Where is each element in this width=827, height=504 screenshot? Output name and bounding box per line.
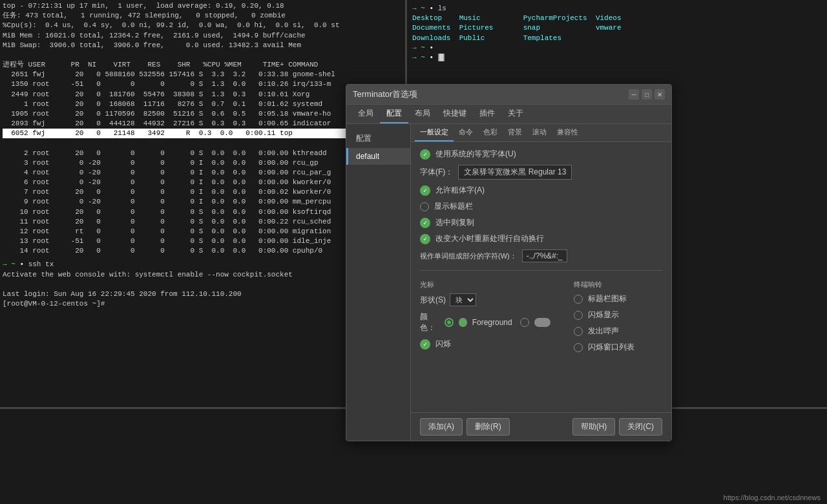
cursor-fg-label: Foreground bbox=[472, 318, 512, 327]
word-chars-row: 视作单词组成部分的字符(W)： -.,/?%&#:_ bbox=[420, 249, 662, 262]
cursor-fg-swatch bbox=[459, 318, 466, 327]
bell-list-label: 闪烁窗口列表 bbox=[588, 342, 634, 353]
dialog-left-nav: 配置 default bbox=[346, 124, 411, 441]
section-tab-background[interactable]: 背景 bbox=[503, 124, 527, 142]
cursor-shape-row: 形状(S) 块 bbox=[420, 293, 550, 306]
dialog-minimize-button[interactable]: ─ bbox=[629, 89, 639, 100]
bell-list-radio[interactable] bbox=[574, 343, 583, 352]
bell-visual-row: 闪烁显示 bbox=[574, 310, 662, 320]
bell-audible-row: 发出哔声 bbox=[574, 326, 662, 337]
font-row: 字体(F)： 文泉驿等宽微米黑 Regular 13 bbox=[420, 165, 662, 180]
tab-layout[interactable]: 布局 bbox=[408, 105, 437, 123]
terminal-bottom-section: → ~ • ssh tx Activate the web console wi… bbox=[3, 260, 401, 309]
add-button[interactable]: 添加(A) bbox=[420, 418, 463, 436]
auto-wrap-checkbox[interactable] bbox=[420, 234, 430, 244]
close-dialog-button[interactable]: 关闭(C) bbox=[619, 418, 662, 436]
bell-visual-label: 闪烁显示 bbox=[588, 310, 619, 320]
terminal-left-pane[interactable]: top - 07:21:31 up 17 min, 1 user, load a… bbox=[0, 0, 404, 407]
footer-left-buttons: 添加(A) 删除(R) bbox=[420, 418, 510, 436]
dialog-footer: 添加(A) 删除(R) 帮助(H) 关闭(C) bbox=[411, 412, 671, 441]
terminal-right-content: → ~ • ls Desktop Music PycharmProjects V… bbox=[412, 4, 822, 63]
copy-select-checkbox[interactable] bbox=[420, 218, 430, 228]
status-bar: https://blog.csdn.net/csdnnews bbox=[0, 491, 827, 504]
bell-titlebar-row: 标题栏图标 bbox=[574, 293, 662, 304]
auto-wrap-row: 改变大小时重新处理行自动换行 bbox=[420, 233, 662, 244]
terminal-left-content: top - 07:21:31 up 17 min, 1 user, load a… bbox=[3, 1, 401, 256]
section-tab-general[interactable]: 一般设定 bbox=[415, 124, 454, 142]
font-field-label: 字体(F)： bbox=[420, 167, 453, 178]
dialog-right-panel: 一般设定 命令 色彩 背景 滚动 兼容性 使用系统的等宽字体(U) 字体(F)：… bbox=[411, 124, 671, 441]
system-font-label: 使用系统的等宽字体(U) bbox=[435, 149, 516, 160]
dialog-top-tabs: 全局 配置 布局 快捷键 插件 关于 bbox=[346, 105, 671, 124]
tab-profile[interactable]: 配置 bbox=[380, 105, 408, 123]
dialog-controls: ─ □ ✕ bbox=[629, 89, 665, 100]
dialog-titlebar: Terminator首选项 ─ □ ✕ bbox=[346, 85, 671, 105]
bell-audible-label: 发出哔声 bbox=[588, 326, 619, 337]
cursor-color-toggle[interactable] bbox=[534, 318, 550, 327]
bell-audible-radio[interactable] bbox=[574, 327, 583, 336]
allow-bold-row: 允许粗体字(A) bbox=[420, 185, 662, 196]
bell-section: 终端响铃 标题栏图标 闪烁显示 发出哔声 bbox=[563, 277, 662, 358]
system-font-checkbox[interactable] bbox=[420, 149, 430, 160]
dialog-maximize-button[interactable]: □ bbox=[642, 89, 652, 100]
section-tab-compat[interactable]: 兼容性 bbox=[552, 124, 583, 142]
tab-shortcuts[interactable]: 快捷键 bbox=[437, 105, 473, 123]
tab-about[interactable]: 关于 bbox=[501, 105, 530, 123]
cursor-blink-row: 闪烁 bbox=[420, 339, 550, 350]
help-button[interactable]: 帮助(H) bbox=[572, 418, 616, 436]
auto-wrap-label: 改变大小时重新处理行自动换行 bbox=[435, 233, 544, 244]
section-tab-color[interactable]: 色彩 bbox=[478, 124, 503, 142]
word-chars-value[interactable]: -.,/?%&#:_ bbox=[522, 249, 567, 262]
show-title-label: 显示标题栏 bbox=[434, 201, 473, 212]
show-title-row: 显示标题栏 bbox=[420, 201, 662, 212]
cursor-shape-label: 形状(S) bbox=[420, 295, 446, 306]
cursor-shape-select[interactable]: 块 bbox=[450, 293, 476, 306]
settings-area: 使用系统的等宽字体(U) 字体(F)： 文泉驿等宽微米黑 Regular 13 … bbox=[411, 142, 671, 412]
bell-titlebar-label: 标题栏图标 bbox=[588, 293, 627, 304]
cursor-section-header: 光标 bbox=[420, 280, 550, 289]
bell-list-row: 闪烁窗口列表 bbox=[574, 342, 662, 353]
section-tabs: 一般设定 命令 色彩 背景 滚动 兼容性 bbox=[411, 124, 671, 142]
bell-titlebar-radio[interactable] bbox=[574, 295, 583, 304]
section-tab-command[interactable]: 命令 bbox=[454, 124, 478, 142]
word-chars-label: 视作单词组成部分的字符(W)： bbox=[420, 251, 517, 261]
show-title-checkbox[interactable] bbox=[420, 202, 429, 211]
copy-select-label: 选中则复制 bbox=[435, 217, 474, 228]
system-font-row: 使用系统的等宽字体(U) bbox=[420, 149, 662, 160]
cursor-blink-label: 闪烁 bbox=[435, 339, 451, 350]
dialog-title: Terminator首选项 bbox=[353, 89, 417, 100]
dialog-close-button[interactable]: ✕ bbox=[654, 89, 665, 100]
footer-right-buttons: 帮助(H) 关闭(C) bbox=[572, 418, 662, 436]
left-nav-profile[interactable]: 配置 bbox=[346, 129, 410, 148]
allow-bold-checkbox[interactable] bbox=[420, 185, 430, 196]
dialog-body: 配置 default 一般设定 命令 色彩 背景 滚动 兼容性 使用系统的等宽字… bbox=[346, 124, 671, 441]
cursor-fg-radio[interactable] bbox=[445, 318, 454, 327]
left-nav-default[interactable]: default bbox=[346, 148, 410, 165]
cursor-blink-checkbox[interactable] bbox=[420, 339, 430, 350]
tab-global[interactable]: 全局 bbox=[351, 105, 380, 123]
status-url: https://blog.csdn.net/csdnnews bbox=[724, 494, 821, 501]
cursor-section-left: 光标 形状(S) 块 颜色： bbox=[420, 277, 550, 358]
cursor-custom-radio[interactable] bbox=[520, 318, 529, 327]
cursor-bell-section: 光标 形状(S) 块 颜色： bbox=[420, 270, 662, 358]
cursor-color-row: 颜色： Foreground bbox=[420, 311, 550, 333]
tab-plugins[interactable]: 插件 bbox=[473, 105, 501, 123]
cursor-color-label: 颜色： bbox=[420, 311, 439, 333]
section-tab-scroll[interactable]: 滚动 bbox=[527, 124, 552, 142]
delete-button[interactable]: 删除(R) bbox=[466, 418, 510, 436]
font-display-value[interactable]: 文泉驿等宽微米黑 Regular 13 bbox=[458, 165, 572, 180]
allow-bold-label: 允许粗体字(A) bbox=[435, 185, 485, 196]
preferences-dialog: Terminator首选项 ─ □ ✕ 全局 配置 布局 快捷键 插件 关于 配… bbox=[346, 84, 672, 441]
bell-section-header: 终端响铃 bbox=[574, 280, 662, 289]
copy-select-row: 选中则复制 bbox=[420, 217, 662, 228]
bell-visual-radio[interactable] bbox=[574, 311, 583, 320]
